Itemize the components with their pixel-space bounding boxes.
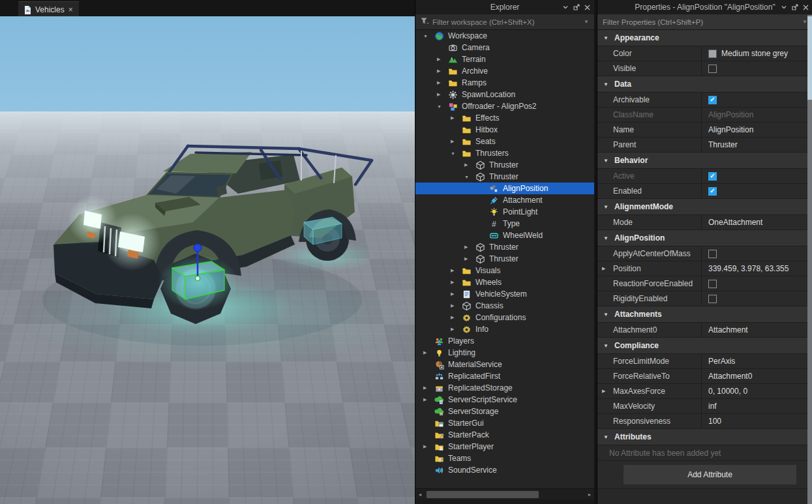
expander-closed-icon[interactable]: ▶ — [436, 68, 448, 74]
tree-item-spawnlocation[interactable]: ▶SpawnLocation — [415, 89, 594, 100]
tree-item-serverstorage[interactable]: ServerStorage — [415, 406, 594, 417]
tree-item-attachment[interactable]: Attachment — [415, 194, 594, 206]
expander-closed-icon[interactable]: ▶ — [422, 350, 434, 355]
tree-item-thruster[interactable]: ▶Thruster — [415, 159, 594, 171]
expander-closed-icon[interactable]: ▶ — [463, 245, 475, 250]
expander-closed-icon[interactable]: ▶ — [463, 162, 475, 168]
property-value[interactable]: Attachment0 — [708, 372, 752, 381]
scrollbar-thumb[interactable] — [807, 16, 812, 100]
section-collapse-icon[interactable]: ▼ — [597, 158, 614, 164]
filter-funnel-icon[interactable] — [421, 18, 429, 26]
tree-item-thrusters[interactable]: ▼Thrusters — [415, 147, 594, 159]
tree-item-type[interactable]: #Type — [415, 218, 594, 230]
section-collapse-icon[interactable]: ▼ — [597, 204, 614, 210]
expander-closed-icon[interactable]: ▶ — [449, 115, 462, 121]
tree-item-offroader-alignpos2[interactable]: ▼Offroader - AlignPos2 — [415, 100, 594, 112]
section-header-data[interactable]: ▼Data — [597, 76, 807, 93]
tree-item-replicatedfirst[interactable]: ReplicatedFirst — [415, 370, 594, 382]
property-value[interactable]: AlignPosition — [708, 110, 753, 119]
property-value[interactable]: Medium stone grey — [721, 49, 788, 58]
section-header-alignposition[interactable]: ▼AlignPosition — [597, 230, 807, 246]
expander-closed-icon[interactable]: ▶ — [436, 92, 448, 97]
section-header-attachments[interactable]: ▼Attachments — [597, 306, 807, 323]
section-header-behavior[interactable]: ▼Behavior — [597, 153, 807, 169]
scrollbar-thumb[interactable] — [427, 491, 539, 498]
section-collapse-icon[interactable]: ▼ — [597, 343, 614, 349]
panel-popout-icon[interactable] — [573, 4, 580, 10]
tree-item-hitbox[interactable]: Hitbox — [415, 124, 594, 136]
tree-item-vehiclesystem[interactable]: ▶VehicleSystem — [415, 288, 594, 300]
section-header-alignmentmode[interactable]: ▼AlignmentMode — [597, 199, 807, 215]
expander-open-icon[interactable]: ▼ — [463, 175, 475, 179]
explorer-horizontal-scrollbar[interactable]: ◄ ► — [415, 488, 594, 499]
section-collapse-icon[interactable]: ▼ — [597, 434, 614, 440]
tree-item-ramps[interactable]: ▶Ramps — [415, 77, 594, 89]
properties-filter-input[interactable]: Filter Properties (Ctrl+Shift+P) ▼ — [597, 14, 812, 30]
expander-closed-icon[interactable]: ▶ — [436, 80, 448, 85]
expander-open-icon[interactable]: ▼ — [422, 34, 434, 38]
tree-item-visuals[interactable]: ▶Visuals — [415, 265, 594, 276]
section-collapse-icon[interactable]: ▼ — [597, 235, 614, 241]
property-value[interactable]: AlignPosition — [708, 125, 753, 134]
add-attribute-button[interactable]: Add Attribute — [624, 465, 796, 484]
section-header-attributes[interactable]: ▼Attributes — [597, 429, 807, 445]
section-header-compliance[interactable]: ▼Compliance — [597, 338, 807, 354]
tree-item-workspace[interactable]: ▼Workspace — [415, 30, 594, 42]
tree-item-archive[interactable]: ▶Archive — [415, 65, 594, 77]
tree-item-thruster[interactable]: ▶Thruster — [415, 241, 594, 253]
section-collapse-icon[interactable]: ▼ — [597, 312, 614, 318]
tree-item-thruster[interactable]: ▼Thruster — [415, 171, 594, 183]
property-value[interactable]: 100 — [708, 417, 721, 426]
property-value[interactable]: 339.459, 3.978, 63.355 — [708, 264, 789, 273]
expander-closed-icon[interactable]: ▶ — [449, 291, 462, 297]
panel-close-icon[interactable] — [584, 5, 590, 10]
tab-vehicles[interactable]: Vehicles × — [18, 1, 79, 17]
checkbox-applyatcenterofmass[interactable] — [708, 250, 717, 258]
property-value[interactable]: Attachment — [708, 325, 748, 334]
tree-item-startergui[interactable]: StarterGui — [415, 417, 594, 429]
expander-closed-icon[interactable]: ▶ — [449, 139, 462, 144]
tree-item-starterpack[interactable]: StarterPack — [415, 429, 594, 441]
checkbox-enabled[interactable]: ✓ — [708, 187, 717, 196]
checkbox-visible[interactable] — [708, 65, 717, 73]
property-value[interactable]: 0, 10000, 0 — [708, 387, 747, 396]
tree-item-terrain[interactable]: ▶Terrain — [415, 53, 594, 65]
checkbox-reactionforceenabled[interactable] — [708, 280, 717, 288]
panel-popout-icon[interactable] — [792, 4, 798, 10]
property-value[interactable]: OneAttachment — [708, 218, 762, 227]
properties-vertical-scrollbar[interactable] — [807, 15, 812, 504]
tab-close-icon[interactable]: × — [68, 6, 73, 14]
tree-item-wheelweld[interactable]: WheelWeld — [415, 230, 594, 241]
expander-closed-icon[interactable]: ▶ — [449, 315, 462, 320]
expander-closed-icon[interactable]: ▶ — [436, 57, 448, 62]
property-value[interactable]: inf — [708, 402, 717, 411]
property-value[interactable]: Thruster — [708, 140, 738, 149]
tree-item-seats[interactable]: ▶Seats — [415, 136, 594, 147]
tree-item-serverscriptservice[interactable]: ▶ServerScriptService — [415, 394, 594, 406]
tree-item-alignposition[interactable]: AlignPosition — [415, 183, 594, 194]
color-swatch[interactable] — [708, 50, 717, 58]
panel-close-icon[interactable] — [803, 5, 809, 10]
tree-item-chassis[interactable]: ▶Chassis — [415, 300, 594, 312]
row-expander-icon[interactable]: ▶ — [602, 266, 605, 271]
tree-item-camera[interactable]: Camera — [415, 42, 594, 53]
panel-menu-chevron-icon[interactable] — [781, 4, 787, 10]
tree-item-thruster[interactable]: ▶Thruster — [415, 253, 594, 265]
checkbox-archivable[interactable]: ✓ — [708, 96, 717, 104]
expander-closed-icon[interactable]: ▶ — [449, 268, 462, 273]
tree-item-pointlight[interactable]: PointLight — [415, 206, 594, 218]
viewport-canvas[interactable] — [0, 16, 415, 504]
section-collapse-icon[interactable]: ▼ — [597, 82, 614, 87]
checkbox-active[interactable]: ✓ — [708, 172, 717, 181]
tree-item-wheels[interactable]: ▶Wheels — [415, 276, 594, 288]
scroll-left-arrow-icon[interactable]: ◄ — [415, 489, 425, 499]
expander-closed-icon[interactable]: ▶ — [422, 385, 434, 391]
panel-menu-chevron-icon[interactable] — [562, 4, 569, 10]
filter-dropdown-caret-icon[interactable]: ▼ — [584, 19, 589, 25]
expander-open-icon[interactable]: ▼ — [436, 104, 448, 109]
expander-closed-icon[interactable]: ▶ — [449, 327, 462, 332]
tree-item-materialservice[interactable]: MaterialService — [415, 359, 594, 370]
expander-closed-icon[interactable]: ▶ — [422, 397, 434, 402]
tree-item-teams[interactable]: Teams — [415, 452, 594, 464]
filter-dropdown-caret-icon[interactable]: ▼ — [802, 19, 807, 25]
